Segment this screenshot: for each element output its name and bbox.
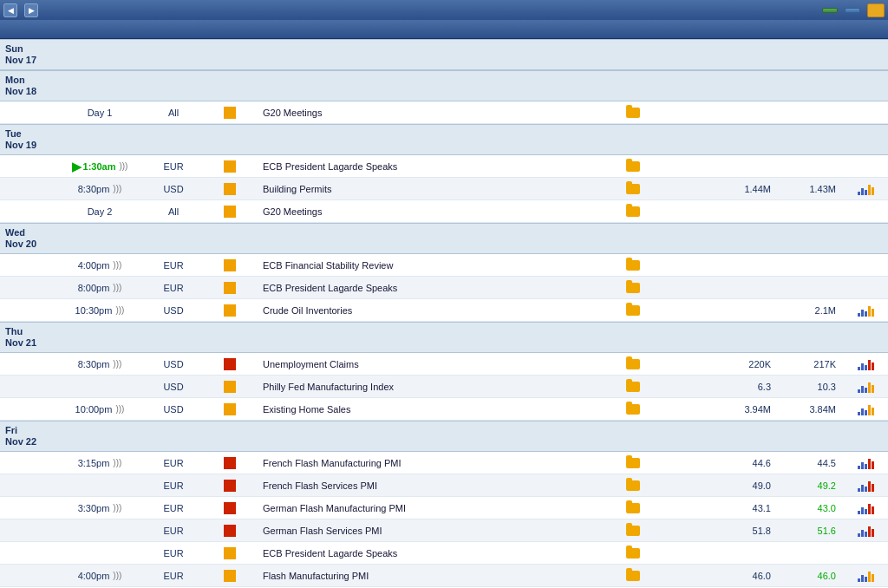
- table-row[interactable]: 8:30pm)))USDBuilding Permits1.44M1.43M: [0, 178, 888, 200]
- cell-graph[interactable]: [843, 183, 888, 195]
- bar-chart-icon[interactable]: [858, 525, 874, 537]
- cell-currency: All: [143, 108, 204, 118]
- cell-event-name[interactable]: Unemployment Claims: [256, 359, 609, 369]
- table-row[interactable]: 8:30pm)))USDUnemployment Claims220K217K: [0, 353, 888, 376]
- bar-chart-icon[interactable]: [858, 183, 874, 195]
- cell-detail[interactable]: [609, 161, 656, 172]
- cell-event-name[interactable]: French Flash Services PMI: [256, 480, 609, 491]
- cell-detail[interactable]: [609, 260, 656, 271]
- sound-icon: ))): [113, 571, 121, 580]
- bar-chart-icon[interactable]: [858, 358, 874, 370]
- folder-icon[interactable]: [626, 184, 640, 194]
- bar-chart-icon[interactable]: [858, 502, 874, 514]
- cell-graph[interactable]: [843, 358, 888, 370]
- cell-event-name[interactable]: ECB President Lagarde Speaks: [256, 161, 609, 172]
- cell-detail[interactable]: [609, 305, 656, 316]
- cell-currency: EUR: [143, 480, 204, 491]
- cell-event-name[interactable]: Flash Manufacturing PMI: [256, 571, 609, 581]
- cell-impact: [204, 525, 256, 537]
- cell-event-name[interactable]: G20 Meetings: [256, 108, 609, 118]
- cell-detail[interactable]: [609, 404, 656, 415]
- cell-event-name[interactable]: ECB President Lagarde Speaks: [256, 548, 609, 559]
- cell-event-name[interactable]: ECB President Lagarde Speaks: [256, 283, 609, 293]
- table-row[interactable]: Day 2AllG20 Meetings: [0, 200, 888, 223]
- cell-event-name[interactable]: Crude Oil Inventories: [256, 305, 609, 316]
- cell-graph[interactable]: [843, 525, 888, 537]
- cell-detail[interactable]: [609, 359, 656, 369]
- prev-week-arrow[interactable]: ◀: [3, 3, 17, 17]
- folder-icon[interactable]: [626, 382, 640, 392]
- table-row[interactable]: 4:00pm)))EURECB Financial Stability Revi…: [0, 254, 888, 277]
- cell-detail[interactable]: [609, 382, 656, 392]
- cell-graph[interactable]: [843, 570, 888, 582]
- table-row[interactable]: 3:15pm)))EURFrench Flash Manufacturing P…: [0, 452, 888, 474]
- sound-icon: ))): [113, 503, 121, 513]
- cell-event-name[interactable]: Philly Fed Manufacturing Index: [256, 382, 609, 392]
- bar-chart-icon[interactable]: [858, 403, 874, 415]
- folder-icon[interactable]: [626, 480, 640, 491]
- bar-chart-icon[interactable]: [858, 457, 874, 469]
- table-row[interactable]: 3:30pm)))EURGerman Flash Manufacturing P…: [0, 497, 888, 519]
- next-week-arrow[interactable]: ▶: [24, 3, 38, 17]
- table-row[interactable]: 10:00pm)))USDExisting Home Sales3.94M3.8…: [0, 398, 888, 421]
- cell-event-name[interactable]: German Flash Services PMI: [256, 526, 609, 536]
- bar-chart-icon[interactable]: [858, 381, 874, 393]
- cell-graph[interactable]: [843, 381, 888, 393]
- folder-icon[interactable]: [626, 108, 640, 118]
- cell-event-name[interactable]: G20 Meetings: [256, 206, 609, 217]
- cell-graph[interactable]: [843, 457, 888, 469]
- search-events-button[interactable]: [845, 8, 860, 13]
- folder-icon[interactable]: [626, 359, 640, 369]
- cell-event-name[interactable]: ECB Financial Stability Review: [256, 260, 609, 271]
- cell-detail[interactable]: [609, 526, 656, 536]
- bar-chart-icon[interactable]: [858, 304, 874, 317]
- cell-event-name[interactable]: German Flash Manufacturing PMI: [256, 503, 609, 513]
- cell-detail[interactable]: [609, 503, 656, 513]
- cell-detail[interactable]: [609, 548, 656, 559]
- table-row[interactable]: ▶1:30am)))EURECB President Lagarde Speak…: [0, 155, 888, 178]
- cell-event-name[interactable]: Building Permits: [256, 184, 609, 194]
- cell-detail[interactable]: [609, 283, 656, 293]
- folder-icon[interactable]: [626, 283, 640, 293]
- folder-icon[interactable]: [626, 503, 640, 513]
- table-row[interactable]: 8:00pm)))EURECB President Lagarde Speaks: [0, 277, 888, 299]
- cell-graph[interactable]: [843, 304, 888, 317]
- table-row[interactable]: USDPhilly Fed Manufacturing Index6.310.3: [0, 376, 888, 398]
- table-row[interactable]: Day 1AllG20 Meetings: [0, 101, 888, 124]
- cell-detail[interactable]: [609, 184, 656, 194]
- folder-icon[interactable]: [626, 571, 640, 581]
- sound-icon: ))): [113, 359, 121, 369]
- cell-detail[interactable]: [609, 108, 656, 118]
- folder-icon[interactable]: [626, 161, 640, 172]
- cell-graph[interactable]: [843, 403, 888, 415]
- day-header-row: Mon Nov 18: [0, 70, 888, 101]
- bar-chart-icon[interactable]: [858, 480, 874, 492]
- table-row[interactable]: EURGerman Flash Services PMI51.851.6: [0, 519, 888, 542]
- bar-chart-icon[interactable]: [858, 570, 874, 582]
- table-row[interactable]: EURFrench Flash Services PMI49.049.2: [0, 474, 888, 497]
- folder-icon[interactable]: [626, 458, 640, 468]
- folder-icon[interactable]: [626, 206, 640, 217]
- cell-event-name[interactable]: Existing Home Sales: [256, 404, 609, 415]
- folder-icon[interactable]: [626, 404, 640, 415]
- up-next-button[interactable]: [822, 8, 838, 13]
- cell-graph[interactable]: [843, 480, 888, 492]
- cell-event-name[interactable]: French Flash Manufacturing PMI: [256, 458, 609, 468]
- folder-icon[interactable]: [626, 260, 640, 271]
- cell-previous: 46.0: [778, 571, 843, 581]
- cell-forecast: 43.1: [713, 503, 778, 513]
- filter-button[interactable]: [867, 3, 885, 17]
- cell-graph[interactable]: [843, 502, 888, 514]
- cell-detail[interactable]: [609, 458, 656, 468]
- table-row[interactable]: 10:30pm)))USDCrude Oil Inventories2.1M: [0, 299, 888, 322]
- table-row[interactable]: EURECB President Lagarde Speaks: [0, 542, 888, 565]
- folder-icon[interactable]: [626, 526, 640, 536]
- table-row[interactable]: 4:00pm)))EURFlash Manufacturing PMI46.04…: [0, 565, 888, 587]
- cell-detail[interactable]: [609, 571, 656, 581]
- folder-icon[interactable]: [626, 548, 640, 559]
- cell-detail[interactable]: [609, 206, 656, 217]
- folder-icon[interactable]: [626, 305, 640, 316]
- cell-detail[interactable]: [609, 480, 656, 491]
- cell-currency: EUR: [143, 458, 204, 468]
- cell-previous: 1.43M: [778, 184, 843, 194]
